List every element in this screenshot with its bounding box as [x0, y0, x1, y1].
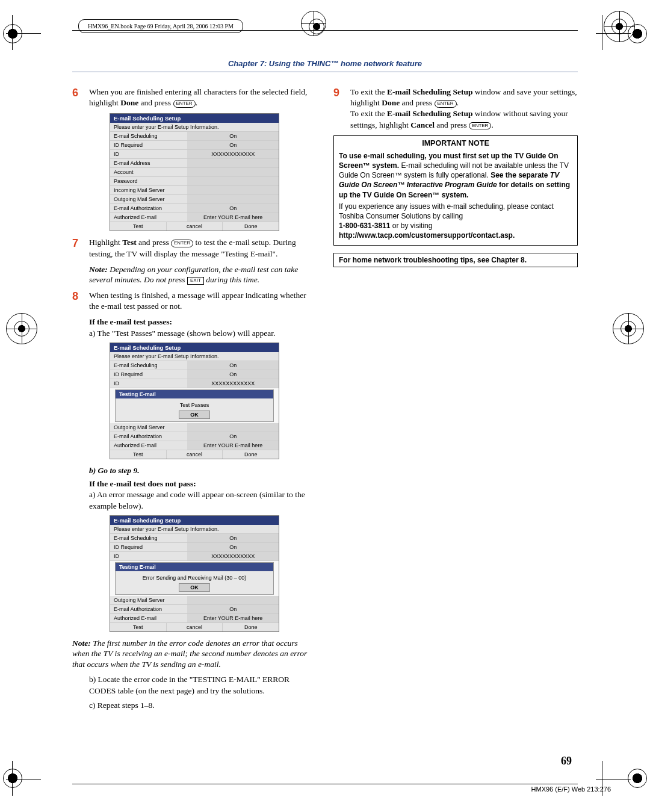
registration-mark-tl	[6, 9, 54, 57]
important-note-box: IMPORTANT NOTE To use e-mail scheduling,…	[333, 135, 578, 246]
step8-fail-a: a) An error message and code will appear…	[89, 489, 317, 511]
enter-key-icon: ENTER	[435, 100, 457, 108]
step8-fail-heading: If the e-mail test does not pass:	[89, 479, 317, 489]
step8-b-item: b) Locate the error code in the "TESTING…	[89, 674, 317, 696]
panel1-test-btn: Test	[110, 222, 167, 231]
page-number: 69	[561, 755, 572, 767]
error-popup: Testing E-mail Error Sending and Receivi…	[115, 562, 274, 595]
registration-mark-bl	[6, 755, 54, 803]
enter-key-icon: ENTER	[469, 122, 491, 130]
panel1-done-btn: Done	[223, 222, 279, 231]
print-header-tag: HMX96_EN.book Page 69 Friday, April 28, …	[78, 19, 243, 33]
chapter-header: Chapter 7: Using the THINC™ home network…	[72, 59, 578, 72]
panel1-subtitle: Please enter your E-mail Setup Informati…	[110, 123, 279, 132]
step-8-number: 8	[72, 290, 89, 312]
step-9: 9 To exit the E-mail Scheduling Setup wi…	[333, 87, 578, 131]
panel1-title: E-mail Scheduling Setup	[110, 114, 279, 123]
registration-target-top	[604, 11, 635, 42]
registration-target-left	[6, 313, 37, 344]
step-6-text: When you are finished entering all chara…	[89, 87, 317, 108]
footer-rule	[72, 784, 578, 784]
enter-key-icon: ENTER	[171, 240, 193, 247]
popup-error-message: Error Sending and Receiving Mail (30 – 0…	[116, 575, 273, 581]
popup-ok-btn: OK	[179, 583, 210, 592]
test-passes-popup: Testing E-mail Test Passes OK	[115, 389, 274, 422]
step8-goto9: b) Go to step 9.	[89, 465, 317, 476]
home-network-tip-box: For home network troubleshooting tips, s…	[333, 253, 578, 267]
registration-target-bottom	[301, 11, 326, 36]
step-7-number: 7	[72, 237, 89, 259]
registration-mark-br	[596, 755, 644, 803]
panel1-cancel-btn: cancel	[167, 222, 223, 231]
popup-message: Test Passes	[116, 402, 273, 408]
step8-pass-a: a) The "Test Passes" message (shown belo…	[89, 328, 317, 339]
email-setup-panel-3: E-mail Scheduling Setup Please enter you…	[110, 515, 279, 632]
enter-key-icon: ENTER	[173, 100, 196, 108]
step-7-text: Highlight Test and press ENTER to test t…	[89, 237, 317, 259]
step-9-number: 9	[333, 87, 350, 131]
step-8: 8 When testing is finished, a message wi…	[72, 290, 317, 312]
email-setup-panel-1: E-mail Scheduling Setup Please enter you…	[110, 113, 279, 231]
exit-key-icon: EXIT	[187, 277, 204, 284]
step-7: 7 Highlight Test and press ENTER to test…	[72, 237, 317, 259]
step-9-text: To exit the E-mail Scheduling Setup wind…	[350, 87, 578, 131]
p1-row-value: On	[187, 132, 279, 140]
header-rule	[72, 30, 578, 31]
popup-ok-btn: OK	[179, 411, 210, 419]
step-6: 6 When you are finished entering all cha…	[72, 87, 317, 108]
step8-c-item: c) Repeat steps 1–8.	[89, 700, 317, 711]
footer-code: HMX96 (E/F) Web 213:276	[531, 786, 611, 793]
step-8-text: When testing is finished, a message will…	[89, 290, 317, 312]
registration-target-right	[613, 313, 644, 344]
step-6-number: 6	[72, 87, 89, 108]
error-code-note: Note: The first number in the error code…	[72, 638, 317, 670]
email-setup-panel-2: E-mail Scheduling Setup Please enter you…	[110, 342, 279, 459]
important-note-title: IMPORTANT NOTE	[334, 136, 577, 150]
p1-row-label: E-mail Scheduling	[110, 132, 187, 140]
note-step7: Note: Depending on your configuration, t…	[89, 264, 317, 285]
step8-pass-heading: If the e-mail test passes:	[89, 317, 317, 327]
